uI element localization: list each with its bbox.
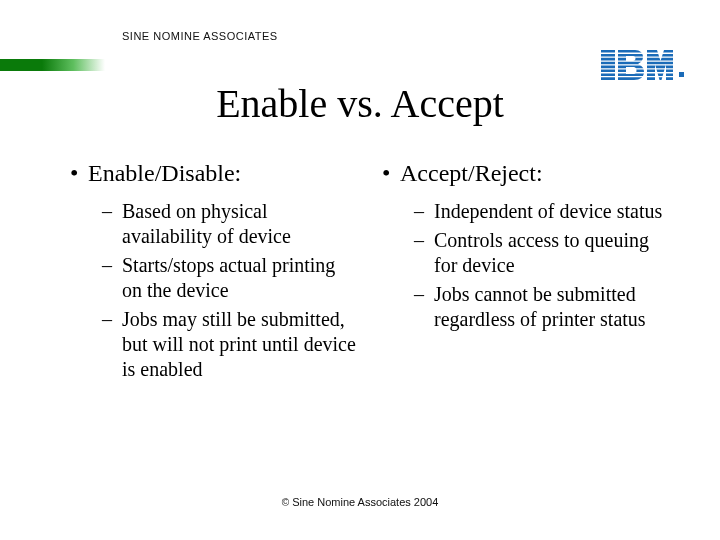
content-columns: Enable/Disable: Based on physical availa… <box>60 160 672 386</box>
list-item: Jobs may still be submitted, but will no… <box>102 307 360 382</box>
list-item: Based on physical availability of device <box>102 199 360 249</box>
slide-title: Enable vs. Accept <box>0 80 720 127</box>
ibm-logo <box>601 50 684 80</box>
left-column: Enable/Disable: Based on physical availa… <box>60 160 360 386</box>
ibm-dot-icon <box>679 72 684 77</box>
right-column: Accept/Reject: Independent of device sta… <box>372 160 672 386</box>
copyright-text: Sine Nomine Associates 2004 <box>292 496 438 508</box>
list-item: Controls access to queuing for device <box>414 228 672 278</box>
left-bullet-list: Based on physical availability of device… <box>102 199 360 382</box>
list-item: Starts/stops actual printing on the devi… <box>102 253 360 303</box>
brand-label: SINE NOMINE ASSOCIATES <box>122 30 278 42</box>
copyright-footer: © Sine Nomine Associates 2004 <box>0 496 720 508</box>
ibm-logo-icon <box>601 50 673 80</box>
copyright-icon: © <box>282 497 289 508</box>
right-column-heading: Accept/Reject: <box>382 160 672 187</box>
accent-stripe <box>0 59 105 71</box>
right-bullet-list: Independent of device status Controls ac… <box>414 199 672 332</box>
list-item: Independent of device status <box>414 199 672 224</box>
svg-rect-8 <box>601 50 615 80</box>
list-item: Jobs cannot be submitted regardless of p… <box>414 282 672 332</box>
left-column-heading: Enable/Disable: <box>70 160 360 187</box>
slide: SINE NOMINE ASSOCIATES <box>0 0 720 540</box>
